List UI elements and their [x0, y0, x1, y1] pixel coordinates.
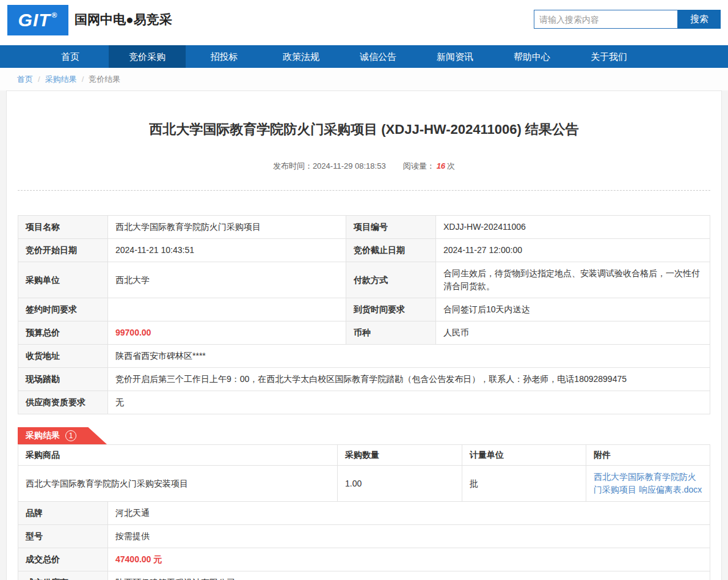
- table-row: 成交总价 47400.00 元: [18, 548, 710, 571]
- table-row: 竞价开始日期 2024-11-21 10:43:51 竞价截止日期 2024-1…: [18, 239, 710, 262]
- field-label: 现场踏勘: [18, 368, 108, 391]
- field-value: [108, 298, 346, 321]
- table-row: 供应商资质要求 无: [18, 391, 710, 414]
- table-row: 项目名称 西北大学国际教育学院防火门采购项目 项目编号 XDJJ-HW-2024…: [18, 216, 710, 239]
- field-label: 竞价截止日期: [346, 239, 436, 262]
- column-header: 采购商品: [18, 445, 338, 466]
- top-header: GIT® 国网中电●易竞采 搜索: [0, 0, 728, 45]
- search-button[interactable]: 搜索: [678, 10, 721, 29]
- goods-unit: 批: [462, 466, 586, 502]
- badge-label: 采购结果: [26, 430, 60, 441]
- field-value: 陕西环亿建筑工程设计有限公司: [108, 571, 710, 580]
- nav-item-bidding-purchase[interactable]: 竞价采购: [109, 45, 186, 68]
- breadcrumb-separator: /: [38, 75, 40, 84]
- table-row: 型号 按需提供: [18, 525, 710, 548]
- table-row: 预算总价 99700.00 币种 人民币: [18, 321, 710, 345]
- page-title: 西北大学国际教育学院防火门采购项目 (XDJJ-HW-202411006) 结果…: [18, 120, 710, 139]
- views-unit: 次: [447, 161, 455, 171]
- attachment-link[interactable]: 西北大学国际教育学院防火门采购项目 响应偏离表.docx: [594, 472, 702, 494]
- logo-text: GIT: [18, 10, 51, 31]
- registered-mark-icon: ®: [52, 11, 58, 20]
- table-row: 采购单位 西北大学 付款方式 合同生效后，待货物到达指定地点、安装调试验收合格后…: [18, 262, 710, 298]
- nav-item-news[interactable]: 新闻资讯: [417, 45, 493, 68]
- publish-meta: 发布时间：2024-11-29 08:18:53阅读量：16次: [18, 161, 710, 172]
- publish-time-label: 发布时间：: [273, 161, 313, 171]
- dashed-divider: [18, 190, 710, 191]
- field-value: 合同签订后10天内送达: [436, 298, 710, 321]
- nav-item-help[interactable]: 帮助中心: [493, 45, 570, 68]
- field-value: 陕西省西安市碑林区****: [108, 345, 710, 368]
- budget-total-value: 99700.00: [108, 321, 346, 345]
- field-label: 竞价开始日期: [18, 239, 108, 262]
- search-input[interactable]: [534, 10, 678, 29]
- field-value: 人民币: [436, 321, 710, 345]
- field-value: 河北天通: [108, 502, 710, 525]
- column-header: 计量单位: [462, 445, 586, 466]
- field-value: 竞价开启后第三个工作日上午9：00，在西北大学太白校区国际教育学院踏勘（包含公告…: [108, 368, 710, 391]
- field-value: 按需提供: [108, 525, 710, 548]
- table-header-row: 采购商品 采购数量 计量单位 附件: [18, 445, 710, 466]
- nav-item-tender[interactable]: 招投标: [186, 45, 263, 68]
- purchase-result-badge: 采购结果 1: [18, 427, 107, 444]
- field-label: 品牌: [18, 502, 108, 525]
- field-label: 型号: [18, 525, 108, 548]
- field-label: 到货时间要求: [346, 298, 436, 321]
- field-value: 西北大学国际教育学院防火门采购项目: [108, 216, 346, 239]
- field-label: 签约时间要求: [18, 298, 108, 321]
- breadcrumb-separator: /: [82, 75, 84, 84]
- table-row: 品牌 河北天通: [18, 502, 710, 525]
- views-count: 16: [437, 161, 445, 171]
- goods-name: 西北大学国际教育学院防火门采购安装项目: [18, 466, 338, 502]
- field-label: 成交供应商: [18, 571, 108, 580]
- column-header: 附件: [586, 445, 710, 466]
- nav-item-policy[interactable]: 政策法规: [263, 45, 340, 68]
- table-row: 成交供应商 陕西环亿建筑工程设计有限公司: [18, 571, 710, 580]
- field-label: 项目编号: [346, 216, 436, 239]
- field-label: 采购单位: [18, 262, 108, 298]
- field-value: 合同生效后，待货物到达指定地点、安装调试验收合格后，一次性付清合同货款。: [436, 262, 710, 298]
- nav-item-home[interactable]: 首页: [32, 45, 109, 68]
- goods-qty: 1.00: [338, 466, 462, 502]
- git-logo[interactable]: GIT®: [7, 5, 68, 35]
- field-label: 付款方式: [346, 262, 436, 298]
- field-value: XDJJ-HW-202411006: [436, 216, 710, 239]
- main-nav: 首页 竞价采购 招投标 政策法规 诚信公告 新闻资讯 帮助中心 关于我们: [0, 45, 728, 68]
- badge-count-circle-icon: 1: [65, 430, 76, 441]
- field-value: 无: [108, 391, 710, 414]
- field-label: 预算总价: [18, 321, 108, 345]
- field-value: 西北大学: [108, 262, 346, 298]
- table-row: 现场踏勘 竞价开启后第三个工作日上午9：00，在西北大学太白校区国际教育学院踏勘…: [18, 368, 710, 391]
- content-background: 西北大学国际教育学院防火门采购项目 (XDJJ-HW-202411006) 结果…: [0, 90, 728, 580]
- site-name: 国网中电●易竞采: [75, 11, 172, 28]
- field-label: 项目名称: [18, 216, 108, 239]
- table-row: 西北大学国际教育学院防火门采购安装项目 1.00 批 西北大学国际教育学院防火门…: [18, 466, 710, 502]
- breadcrumb: 首页 / 采购结果 / 竞价结果: [0, 68, 728, 90]
- field-label: 成交总价: [18, 548, 108, 571]
- result-goods-table: 采购商品 采购数量 计量单位 附件 西北大学国际教育学院防火门采购安装项目 1.…: [18, 444, 710, 502]
- field-value: 2024-11-27 12:00:00: [436, 239, 710, 262]
- publish-time-value: 2024-11-29 08:18:53: [313, 161, 386, 171]
- table-row: 收货地址 陕西省西安市碑林区****: [18, 345, 710, 368]
- table-row: 签约时间要求 到货时间要求 合同签订后10天内送达: [18, 298, 710, 321]
- project-info-table: 项目名称 西北大学国际教育学院防火门采购项目 项目编号 XDJJ-HW-2024…: [18, 215, 710, 414]
- field-label: 币种: [346, 321, 436, 345]
- field-label: 供应商资质要求: [18, 391, 108, 414]
- views-label: 阅读量：: [403, 161, 435, 171]
- nav-item-integrity[interactable]: 诚信公告: [340, 45, 417, 68]
- breadcrumb-purchase-results[interactable]: 采购结果: [45, 74, 77, 85]
- field-value: 2024-11-21 10:43:51: [108, 239, 346, 262]
- field-label: 收货地址: [18, 345, 108, 368]
- breadcrumb-current: 竞价结果: [89, 74, 120, 85]
- announcement-card: 西北大学国际教育学院防火门采购项目 (XDJJ-HW-202411006) 结果…: [6, 90, 722, 580]
- search-bar: 搜索: [534, 10, 721, 29]
- result-detail-table: 品牌 河北天通 型号 按需提供 成交总价 47400.00 元 成交供应商 陕西…: [18, 501, 710, 580]
- column-header: 采购数量: [338, 445, 462, 466]
- breadcrumb-home[interactable]: 首页: [17, 74, 33, 85]
- deal-total-price: 47400.00 元: [108, 548, 710, 571]
- nav-item-about[interactable]: 关于我们: [570, 45, 647, 68]
